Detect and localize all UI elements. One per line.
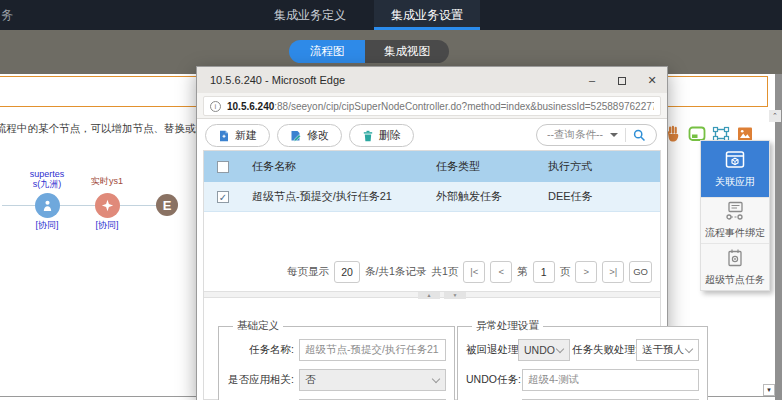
flow-node-person[interactable] xyxy=(35,193,60,218)
sidebar-item-label: 关联应用 xyxy=(715,175,755,189)
basic-definition-group: 基础定义 任务名称: 是否应用相关: 否 关联应用: xyxy=(218,319,455,400)
exception-settings-legend: 异常处理设置 xyxy=(472,319,543,333)
new-doc-icon xyxy=(218,130,230,142)
tab-integration-definition[interactable]: 集成业务定义 xyxy=(255,0,365,30)
table-header: 任务名称 任务类型 执行方式 xyxy=(204,151,660,182)
right-scrollbar-track[interactable] xyxy=(775,74,782,400)
supernode-task-icon xyxy=(725,248,745,268)
url-path: :88/seeyon/cip/cipSuperNodeController.do… xyxy=(274,101,654,112)
sidebar-item-related-app[interactable]: 关联应用 xyxy=(701,141,769,198)
close-button[interactable]: ✕ xyxy=(637,67,667,93)
query-condition-dropdown[interactable]: --查询条件-- xyxy=(536,124,657,146)
address-field[interactable]: i 10.5.6.240 :88/seeyon/cip/cipSuperNode… xyxy=(203,96,661,116)
cell-task-type: 外部触发任务 xyxy=(426,189,538,204)
prev-page-button[interactable]: < xyxy=(490,261,512,283)
delete-button[interactable]: 删除 xyxy=(349,124,414,147)
select-all-checkbox[interactable] xyxy=(217,161,229,173)
url-host: 10.5.6.240 xyxy=(227,101,274,112)
go-button[interactable]: GO xyxy=(629,261,652,283)
divider xyxy=(625,128,626,142)
new-button[interactable]: 新建 xyxy=(205,124,270,147)
app-related-label: 是否应用相关: xyxy=(227,373,299,387)
col-exec-mode: 执行方式 xyxy=(538,159,660,174)
basic-definition-legend: 基础定义 xyxy=(233,319,283,333)
undo-task-label: UNDO任务: xyxy=(466,373,522,387)
page-label-post: 页 xyxy=(560,265,571,279)
flow-connector-line xyxy=(2,205,170,206)
rollback-label: 被回退处理: xyxy=(466,343,518,357)
first-page-button[interactable]: |< xyxy=(463,261,485,283)
sidebar-item-label: 流程事件绑定 xyxy=(705,226,765,240)
chevron-down-icon xyxy=(432,375,440,383)
pagination: 每页显示 条/共1条记录 共1页 |< < 第 页 > >| GO xyxy=(287,261,652,283)
rollback-select[interactable]: UNDO xyxy=(518,339,570,361)
next-page-button[interactable]: > xyxy=(575,261,597,283)
fail-handle-select[interactable]: 送干预人 xyxy=(636,339,699,361)
url-bar: i 10.5.6.240 :88/seeyon/cip/cipSuperNode… xyxy=(197,93,667,119)
page-number-input[interactable] xyxy=(533,261,555,283)
page-label-pre: 第 xyxy=(517,265,528,279)
related-app-icon xyxy=(725,150,745,170)
window-titlebar[interactable]: 10.5.6.240 - Microsoft Edge – ✕ xyxy=(197,67,667,93)
search-icon[interactable] xyxy=(633,129,646,142)
node2-label: 实时ys1 xyxy=(83,176,131,186)
minimize-button[interactable]: – xyxy=(577,67,607,93)
scroll-up-button[interactable]: ⌃ xyxy=(769,110,781,122)
undo-task-input[interactable] xyxy=(522,369,699,391)
edge-popup-window: 10.5.6.240 - Microsoft Edge – ✕ i 10.5.6… xyxy=(196,66,668,400)
table-row[interactable]: ✓ 超级节点-预提交/执行任务21 外部触发任务 DEE任务 xyxy=(204,182,660,212)
trash-icon xyxy=(362,130,374,142)
modify-button[interactable]: 修改 xyxy=(277,124,342,147)
task-list-panel: 任务名称 任务类型 执行方式 ✓ 超级节点-预提交/执行任务21 外部触发任务 … xyxy=(203,150,661,400)
person-icon xyxy=(41,199,54,212)
edit-icon xyxy=(290,130,302,142)
fail-handle-label: 任务失败处理: xyxy=(570,343,636,357)
cell-task-name: 超级节点-预提交/执行任务21 xyxy=(242,189,426,204)
node1-sub-label: [协同] xyxy=(27,220,67,230)
event-binding-icon xyxy=(725,201,745,221)
chevron-down-icon xyxy=(610,133,618,137)
flow-node-end[interactable]: E xyxy=(156,194,178,216)
window-title: 10.5.6.240 - Microsoft Edge xyxy=(197,74,577,86)
view-toggle-integration[interactable]: 集成视图 xyxy=(365,40,449,63)
tab-integration-settings[interactable]: 集成业务设置 xyxy=(374,0,480,30)
chevron-down-icon xyxy=(685,345,693,353)
flow-node-trigger[interactable] xyxy=(95,193,120,218)
app-related-select[interactable]: 否 xyxy=(299,369,446,391)
page-info-icon[interactable]: i xyxy=(210,101,221,112)
sidebar-item-label: 超级节点任务 xyxy=(705,273,765,287)
view-toggle-flowchart[interactable]: 流程图 xyxy=(289,40,365,63)
task-toolbar: 新建 修改 删除 xyxy=(205,124,414,147)
per-page-label: 每页显示 xyxy=(287,265,329,279)
exception-settings-group: 异常处理设置 被回退处理: UNDO 任务失败处理: 送干预人 UNDO任务: xyxy=(457,319,708,400)
per-page-input[interactable] xyxy=(334,261,360,283)
query-condition-text: --查询条件-- xyxy=(547,128,603,142)
window-content: 新建 修改 删除 --查询条件-- xyxy=(197,119,667,400)
scroll-down-button[interactable]: ▼ xyxy=(763,384,775,396)
panel-splitter[interactable]: ▲ ▼ xyxy=(204,291,660,298)
task-name-label: 任务名称: xyxy=(227,343,299,357)
col-task-type: 任务类型 xyxy=(426,159,538,174)
node1-label: supertess(九洲) xyxy=(17,169,77,190)
maximize-icon xyxy=(618,77,626,85)
maximize-button[interactable] xyxy=(607,67,637,93)
node-tools-panel: 关联应用 流程事件绑定 超级节点任务 xyxy=(700,140,770,291)
col-task-name: 任务名称 xyxy=(242,159,426,174)
node2-sub-label: [协同] xyxy=(87,220,127,230)
sidebar-item-event-binding[interactable]: 流程事件绑定 xyxy=(701,198,769,244)
splitter-up-icon[interactable]: ▲ xyxy=(418,292,440,299)
cell-exec-mode: DEE任务 xyxy=(538,189,660,204)
total-pages-label: 共1页 xyxy=(431,265,458,279)
row-checkbox[interactable]: ✓ xyxy=(217,191,229,203)
task-name-input[interactable] xyxy=(299,339,446,361)
records-label: 条/共1条记录 xyxy=(365,265,426,279)
top-nav-bar: 务 集成业务定义 集成业务设置 xyxy=(0,0,782,30)
chevron-down-icon xyxy=(556,345,564,353)
view-toggle: 流程图 集成视图 xyxy=(289,40,449,63)
splitter-down-icon[interactable]: ▼ xyxy=(444,292,466,299)
top-nav-partial-item[interactable]: 务 xyxy=(1,7,13,24)
star-icon xyxy=(101,199,114,212)
sidebar-item-supernode-task[interactable]: 超级节点任务 xyxy=(701,244,769,290)
last-page-button[interactable]: >| xyxy=(602,261,624,283)
